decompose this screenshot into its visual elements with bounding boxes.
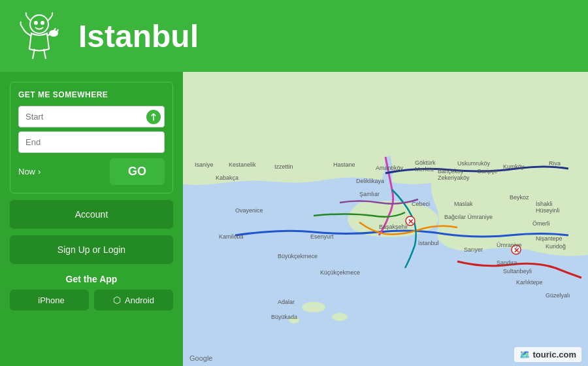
svg-text:Göktürk: Göktürk: [415, 159, 436, 166]
svg-text:Esenyurt: Esenyurt: [310, 233, 334, 240]
svg-text:Kestanelik: Kestanelik: [229, 161, 256, 168]
svg-text:Cebeci: Cebeci: [412, 201, 430, 207]
time-selector[interactable]: Now ›: [18, 167, 41, 176]
svg-text:İstanbul: İstanbul: [418, 240, 439, 246]
svg-text:Ömerli: Ömerli: [532, 220, 550, 227]
swap-button[interactable]: [146, 110, 161, 124]
svg-text:Güzelyalı: Güzelyalı: [546, 292, 570, 299]
touric-watermark: 🗺️ touric.com: [514, 347, 581, 362]
end-input-wrapper: [18, 131, 165, 153]
iphone-button[interactable]: iPhone: [10, 290, 89, 310]
svg-point-5: [302, 302, 325, 312]
svg-text:Ovayenice: Ovayenice: [235, 207, 263, 214]
app-buttons: iPhone ⬡ Android: [10, 290, 173, 310]
iphone-label: iPhone: [38, 295, 64, 305]
svg-text:Kuridoğ: Kuridoğ: [546, 243, 566, 250]
svg-text:Merkez: Merkez: [415, 166, 434, 173]
android-button[interactable]: ⬡ Android: [94, 290, 173, 310]
svg-text:Sarıyer: Sarıyer: [464, 246, 483, 253]
svg-point-1: [35, 22, 37, 24]
get-app-label: Get the App: [10, 274, 173, 284]
svg-text:Nişantepe: Nişantepe: [536, 235, 563, 242]
svg-text:Zekeriyaköy: Zekeriyaköy: [438, 175, 470, 181]
start-input[interactable]: [18, 106, 165, 127]
svg-text:Garipçe: Garipçe: [477, 168, 498, 175]
svg-text:Kabakça: Kabakça: [216, 175, 238, 181]
main-content: GET ME SOMEWHERE Now › GO: [0, 72, 588, 366]
svg-text:Büyükada: Büyükada: [271, 314, 297, 320]
header: Istanbul: [0, 0, 588, 72]
touric-icon: 🗺️: [519, 350, 530, 359]
svg-text:Kumköy: Kumköy: [503, 163, 525, 170]
account-button[interactable]: Account: [10, 200, 173, 229]
get-app-section: Get the App iPhone ⬡ Android: [10, 274, 173, 310]
svg-text:Büyükçekmece: Büyükçekmece: [278, 253, 318, 259]
sign-up-login-button[interactable]: Sign Up or Login: [10, 235, 173, 264]
time-row: Now › GO: [18, 158, 165, 185]
svg-text:Isaniye: Isaniye: [195, 161, 214, 168]
svg-text:Sultanbeyli: Sultanbeyli: [503, 268, 532, 274]
map-svg: ✕ ✕ Isaniye Kestanelik Kabakça Izzettin …: [183, 72, 588, 366]
svg-text:Karlıktepe: Karlıktepe: [516, 279, 543, 286]
svg-text:Maslak: Maslak: [454, 201, 473, 207]
svg-text:Küçükçekmece: Küçükçekmece: [320, 269, 360, 276]
svg-text:Başakşehir: Başakşehir: [379, 224, 408, 230]
page-title: Istanbul: [78, 18, 199, 54]
svg-text:Uskumruköy: Uskumruköy: [457, 160, 491, 167]
android-label: Android: [125, 295, 154, 305]
svg-text:Riva: Riva: [549, 160, 561, 167]
svg-point-2: [41, 22, 44, 24]
svg-text:Adalar: Adalar: [278, 299, 295, 305]
map-container: ✕ ✕ Isaniye Kestanelik Kabakça Izzettin …: [183, 72, 588, 366]
svg-text:Beykoz: Beykoz: [510, 194, 529, 201]
svg-text:Hastane: Hastane: [333, 161, 355, 168]
svg-point-6: [332, 313, 348, 321]
svg-point-0: [30, 15, 48, 33]
start-input-wrapper: [18, 106, 165, 127]
svg-text:✕: ✕: [408, 218, 414, 225]
route-panel: GET ME SOMEWHERE Now › GO: [10, 82, 173, 193]
time-label-text: Now: [18, 167, 35, 176]
sidebar: GET ME SOMEWHERE Now › GO: [0, 72, 183, 366]
end-input[interactable]: [18, 131, 165, 153]
mascot-icon: [13, 10, 65, 62]
go-button[interactable]: GO: [110, 158, 165, 185]
svg-text:Izzettin: Izzettin: [274, 163, 293, 170]
svg-text:Bahçeköy: Bahçeköy: [438, 168, 464, 175]
svg-text:Ümraniye: Ümraniye: [497, 242, 522, 248]
svg-text:Şamlıar: Şamlıar: [359, 191, 380, 197]
svg-text:Hüseyinli: Hüseyinli: [536, 207, 560, 214]
map-background: ✕ ✕ Isaniye Kestanelik Kabakça Izzettin …: [183, 72, 588, 366]
svg-text:Amantiköy: Amantiköy: [376, 165, 404, 171]
svg-text:Bağcılar Ümraniye: Bağcılar Ümraniye: [444, 214, 493, 220]
touric-label: touric.com: [533, 350, 576, 359]
android-icon: ⬡: [113, 295, 121, 305]
route-panel-title: GET ME SOMEWHERE: [18, 90, 165, 99]
chevron-right-icon: ›: [38, 167, 41, 176]
google-watermark: Google: [189, 354, 212, 362]
svg-text:Deliklikaya: Deliklikaya: [356, 178, 384, 184]
svg-text:Kamiloba: Kamiloba: [219, 233, 244, 240]
svg-text:Sandıra: Sandıra: [497, 259, 517, 266]
svg-text:İshakli: İshakli: [536, 201, 553, 207]
